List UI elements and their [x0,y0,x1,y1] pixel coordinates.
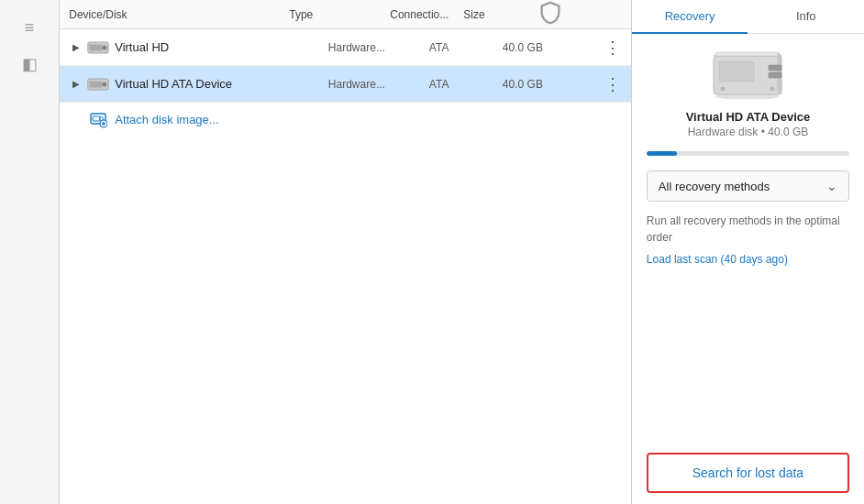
disk-table-panel: Device/Disk Type Connectio... Size ▶ [60,0,632,504]
disk-size: 40.0 GB [503,78,576,91]
svg-rect-20 [719,61,754,82]
col-type-label: Type [289,8,313,21]
svg-rect-1 [90,44,103,50]
svg-point-21 [721,87,725,91]
sidebar: ≡ ◧ [0,0,60,504]
progress-bar-fill [647,151,677,156]
tab-recovery[interactable]: Recovery [632,0,748,34]
table-header: Device/Disk Type Connectio... Size [60,0,631,29]
tab-bar: Recovery Info [632,0,864,34]
svg-rect-9 [93,116,100,121]
svg-point-22 [770,87,774,91]
col-size-label: Size [463,8,484,21]
search-lost-data-button[interactable]: Search for lost data [647,453,849,493]
right-panel-content: Virtual HD ATA Device Hardware disk • 40… [632,34,864,504]
svg-marker-16 [714,52,781,56]
sidebar-drive-icon[interactable]: ◧ [0,46,59,82]
disk-drive-icon [87,40,109,55]
dropdown-label: All recovery methods [659,180,770,193]
expand-icon[interactable]: ▶ [69,77,83,92]
svg-rect-5 [90,81,103,87]
recovery-method-dropdown[interactable]: All recovery methods ⌄ [647,170,849,202]
device-name-label: Virtual HD ATA Device [647,110,849,124]
disk-name: Virtual HD ATA Device [115,77,328,91]
spacer [647,280,849,453]
col-connection-label: Connectio... [390,8,449,21]
attach-disk-row[interactable]: Attach disk image... [60,103,631,136]
svg-rect-18 [769,65,781,71]
disk-type: Hardware... [328,41,429,54]
svg-point-7 [104,83,105,85]
disk-type: Hardware... [328,78,429,91]
disk-menu-icon[interactable]: ⋮ [604,38,622,58]
disk-size: 40.0 GB [503,41,576,54]
attach-label: Attach disk image... [115,113,218,126]
shield-header-icon [537,0,564,29]
hdd-svg-icon [706,49,789,99]
disk-connection: ATA [429,78,503,91]
expand-icon[interactable]: ▶ [69,40,83,55]
device-subtitle-label: Hardware disk • 40.0 GB [647,126,849,138]
tab-info[interactable]: Info [748,0,864,34]
disk-drive-icon [87,77,109,92]
disk-row[interactable]: ▶ Virtual HD ATA Device Hardware... ATA … [60,66,631,103]
svg-point-3 [104,47,105,49]
col-device-label: Device/Disk [69,8,127,21]
disk-menu-icon[interactable]: ⋮ [604,74,622,94]
svg-rect-19 [769,72,781,78]
device-illustration [647,49,849,99]
device-info: Virtual HD ATA Device Hardware disk • 40… [647,110,849,138]
disk-connection: ATA [429,41,503,54]
right-panel: Recovery Info [632,0,864,504]
load-last-scan-link[interactable]: Load last scan (40 days ago) [647,253,849,266]
attach-disk-icon [89,110,107,128]
disk-table-body: ▶ Virtual HD Hardware... ATA 40.0 GB ⋮ ▶ [60,29,631,504]
progress-bar [647,151,849,156]
disk-row[interactable]: ▶ Virtual HD Hardware... ATA 40.0 GB ⋮ [60,29,631,66]
disk-name: Virtual HD [115,40,328,54]
sidebar-menu-icon[interactable]: ≡ [0,9,59,46]
chevron-down-icon: ⌄ [826,179,837,193]
recovery-description: Run all recovery methods in the optimal … [647,213,849,246]
